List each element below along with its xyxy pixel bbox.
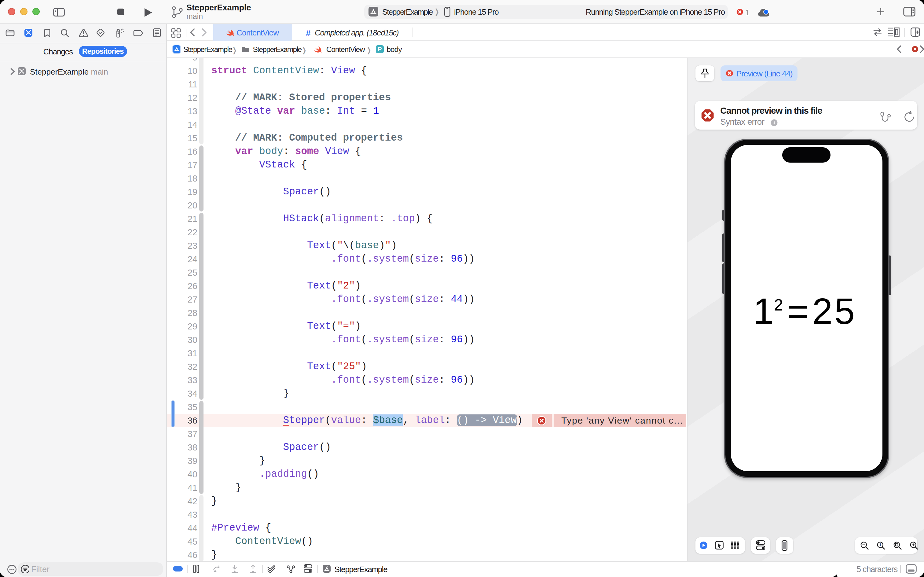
svg-text:1: 1 — [879, 543, 881, 547]
